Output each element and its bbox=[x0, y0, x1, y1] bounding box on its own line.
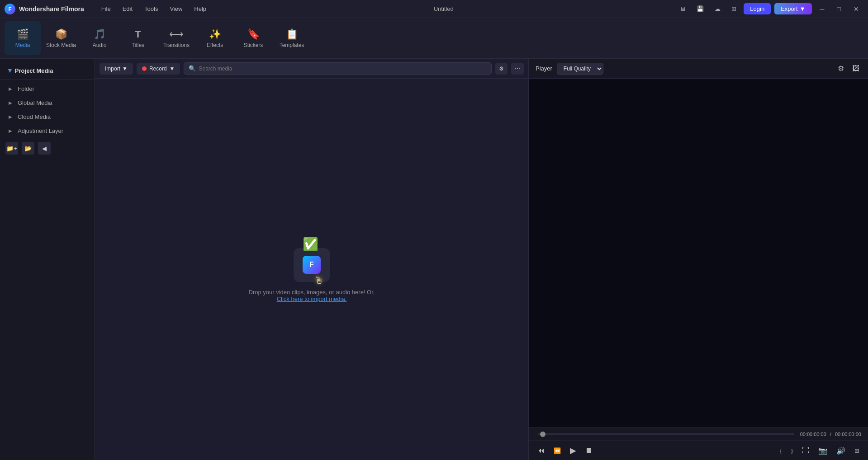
player-screen-icon[interactable]: 🖼 bbox=[850, 63, 861, 75]
navbar: 🎬 Media 📦 Stock Media 🎵 Audio T Titles ⟷… bbox=[0, 18, 868, 59]
current-time: 00:00:00:00 bbox=[800, 432, 826, 437]
media-toolbar: Import ▼ Record ▼ 🔍 ⚙ ⋯ bbox=[95, 59, 528, 79]
fullscreen-button[interactable]: ⛶ bbox=[800, 445, 811, 456]
stop-button[interactable]: ⏹ bbox=[583, 445, 594, 456]
menu-bar: File Edit Tools View Help bbox=[97, 4, 211, 14]
record-dot-icon bbox=[142, 66, 147, 71]
more-options-icon[interactable]: ⋯ bbox=[511, 63, 524, 75]
scrubber-bar[interactable] bbox=[538, 433, 794, 435]
filmora-box-icon: F bbox=[294, 248, 330, 282]
left-panel: ▼ Project Media ▶ Folder ▶ Global Media … bbox=[0, 59, 95, 460]
filmora-inner-logo: F bbox=[303, 256, 321, 274]
document-title: Untitled bbox=[434, 5, 454, 12]
playback-controls: ⏮ ⏪ ▶ ⏹ { } ⛶ 📷 🔊 ⊞ bbox=[529, 441, 868, 460]
play-button[interactable]: ▶ bbox=[568, 444, 578, 457]
cloud-media-arrow-icon: ▶ bbox=[9, 114, 12, 119]
menu-help[interactable]: Help bbox=[190, 4, 211, 14]
nav-stock-media[interactable]: 📦 Stock Media bbox=[43, 21, 79, 55]
app-logo: F bbox=[5, 4, 15, 14]
templates-icon: 📋 bbox=[286, 28, 298, 40]
download-arrow-icon: ✅ bbox=[303, 237, 318, 252]
import-media-link[interactable]: Click here to import media. bbox=[277, 296, 347, 302]
titlebar: F Wondershare Filmora File Edit Tools Vi… bbox=[0, 0, 868, 18]
player-label: Player bbox=[536, 65, 552, 72]
import-button[interactable]: Import ▼ bbox=[100, 63, 133, 75]
sidebar-item-cloud-media[interactable]: ▶ Cloud Media bbox=[2, 110, 93, 124]
player-toolbar: Player Full Quality ⚙ 🖼 bbox=[529, 59, 868, 79]
adjustment-layer-arrow-icon: ▶ bbox=[9, 128, 12, 133]
nav-stickers[interactable]: 🔖 Stickers bbox=[235, 21, 271, 55]
drop-icon: F ✅ 🖱 bbox=[289, 237, 334, 282]
titlebar-right: 🖥 💾 ☁ ⊞ Login Export ▼ ─ □ ✕ bbox=[676, 3, 863, 14]
screen-record-icon[interactable]: 🖥 bbox=[676, 4, 689, 14]
player-panel: Player Full Quality ⚙ 🖼 00:00:00:00 / 00… bbox=[529, 59, 868, 460]
filter-icon[interactable]: ⚙ bbox=[495, 63, 508, 75]
audio-icon: 🎵 bbox=[94, 28, 106, 40]
quality-select[interactable]: Full Quality bbox=[557, 63, 603, 75]
record-button[interactable]: Record ▼ bbox=[137, 63, 180, 75]
menu-file[interactable]: File bbox=[97, 4, 115, 14]
in-point-button[interactable]: { bbox=[778, 446, 783, 456]
nav-audio[interactable]: 🎵 Audio bbox=[81, 21, 118, 55]
nav-titles[interactable]: T Titles bbox=[120, 21, 156, 55]
import-chevron-icon: ▼ bbox=[122, 66, 128, 72]
login-button[interactable]: Login bbox=[744, 3, 771, 14]
save-icon[interactable]: 💾 bbox=[693, 4, 707, 14]
import-folder-icon[interactable]: 📂 bbox=[22, 142, 34, 155]
stickers-icon: 🔖 bbox=[247, 28, 260, 40]
export-chevron-icon: ▼ bbox=[800, 5, 806, 12]
collapse-panel-icon[interactable]: ◀ bbox=[38, 142, 51, 155]
total-time: 00:00:00:00 bbox=[835, 432, 861, 437]
nav-transitions[interactable]: ⟷ Transitions bbox=[158, 21, 194, 55]
collapse-arrow-icon: ▼ bbox=[7, 67, 13, 74]
transitions-icon: ⟷ bbox=[169, 28, 184, 40]
drop-hint-text: Drop your video clips, images, or audio … bbox=[249, 289, 375, 302]
layout-icon[interactable]: ⊞ bbox=[728, 4, 740, 14]
skip-back-button[interactable]: ⏮ bbox=[536, 445, 546, 456]
sidebar-item-adjustment-layer[interactable]: ▶ Adjustment Layer bbox=[2, 124, 93, 138]
menu-edit[interactable]: Edit bbox=[118, 4, 137, 14]
global-media-arrow-icon: ▶ bbox=[9, 100, 12, 105]
menu-view[interactable]: View bbox=[165, 4, 187, 14]
titlebar-left: F Wondershare Filmora File Edit Tools Vi… bbox=[5, 4, 211, 14]
sidebar-item-folder[interactable]: ▶ Folder bbox=[2, 82, 93, 96]
nav-media[interactable]: 🎬 Media bbox=[5, 21, 41, 55]
search-input[interactable] bbox=[199, 66, 487, 72]
folder-arrow-icon: ▶ bbox=[9, 86, 12, 91]
player-controls: 00:00:00:00 / 00:00:00:00 bbox=[529, 427, 868, 441]
search-bar: 🔍 bbox=[184, 62, 492, 75]
effects-icon: ✨ bbox=[209, 28, 221, 40]
panel-footer: 📁+ 📂 ◀ bbox=[0, 138, 95, 158]
scrubber-head bbox=[540, 432, 545, 437]
cloud-upload-icon[interactable]: ☁ bbox=[711, 4, 724, 14]
export-button[interactable]: Export ▼ bbox=[774, 3, 811, 14]
volume-button[interactable]: 🔊 bbox=[835, 445, 847, 457]
step-back-button[interactable]: ⏪ bbox=[552, 446, 563, 456]
nav-templates[interactable]: 📋 Templates bbox=[274, 21, 310, 55]
center-panel: Import ▼ Record ▼ 🔍 ⚙ ⋯ F ✅ 🖱 bbox=[95, 59, 529, 460]
player-settings-icon[interactable]: ⚙ bbox=[836, 62, 846, 75]
media-drop-area[interactable]: F ✅ 🖱 Drop your video clips, images, or … bbox=[95, 79, 528, 460]
sidebar-item-global-media[interactable]: ▶ Global Media bbox=[2, 96, 93, 110]
snapshot-button[interactable]: 📷 bbox=[816, 445, 829, 457]
project-media-header[interactable]: ▼ Project Media bbox=[0, 63, 95, 78]
zoom-out-player-icon[interactable]: ⊞ bbox=[853, 446, 861, 456]
search-icon: 🔍 bbox=[189, 65, 196, 72]
record-chevron-icon: ▼ bbox=[170, 66, 175, 72]
media-icon: 🎬 bbox=[17, 28, 29, 40]
stock-media-icon: 📦 bbox=[55, 28, 67, 40]
titles-icon: T bbox=[135, 28, 141, 40]
player-area bbox=[529, 79, 868, 427]
add-folder-icon[interactable]: 📁+ bbox=[5, 142, 18, 155]
cursor-icon: 🖱 bbox=[314, 275, 324, 286]
nav-effects[interactable]: ✨ Effects bbox=[197, 21, 233, 55]
minimize-button[interactable]: ─ bbox=[816, 4, 829, 14]
main-layout: ▼ Project Media ▶ Folder ▶ Global Media … bbox=[0, 59, 868, 460]
menu-tools[interactable]: Tools bbox=[140, 4, 162, 14]
time-separator: / bbox=[830, 432, 831, 437]
app-name: Wondershare Filmora bbox=[19, 5, 84, 13]
maximize-button[interactable]: □ bbox=[833, 4, 845, 14]
close-button[interactable]: ✕ bbox=[849, 4, 863, 14]
out-point-button[interactable]: } bbox=[789, 446, 795, 456]
